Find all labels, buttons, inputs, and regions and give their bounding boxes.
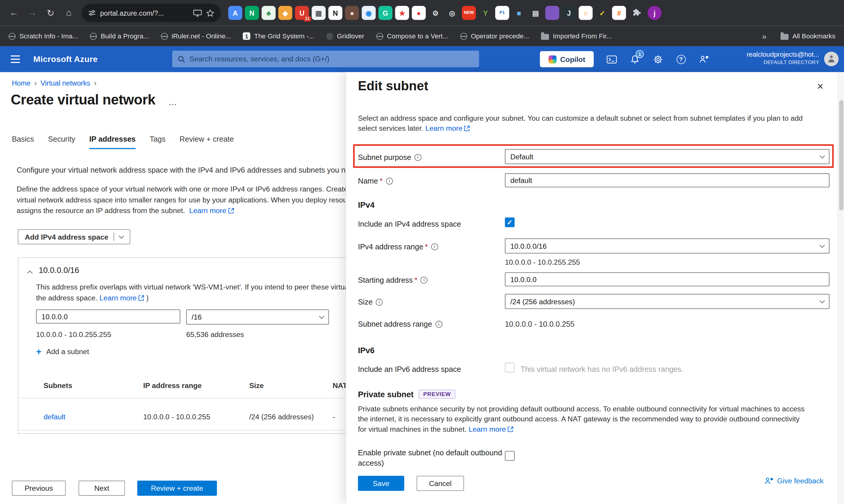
bookmark-item[interactable]: 1 The Grid System -... [243,32,314,40]
add-subnet-button[interactable]: + Add a subnet [36,347,89,356]
extension-icon[interactable]: G [378,6,392,20]
extension-icon[interactable]: ✓ [595,6,609,20]
address-space-mask-select[interactable]: /16 [186,309,329,325]
subnet-row-name[interactable]: default [44,413,66,421]
site-settings-icon[interactable] [88,9,96,17]
column-header-size[interactable]: Size [249,381,264,390]
settings-gear-icon[interactable] [648,50,667,69]
next-button[interactable]: Next [78,481,125,496]
extension-icon[interactable]: ★ [395,6,409,20]
learn-more-link[interactable]: Learn more [189,206,226,215]
extension-icon[interactable]: ◆ [545,6,559,20]
column-header-ip-range[interactable]: IP address range [143,381,201,390]
info-icon[interactable]: i [414,154,421,161]
hamburger-menu-icon[interactable] [8,54,23,64]
back-button[interactable]: ← [5,4,22,21]
give-feedback-link[interactable]: Give feedback [764,477,823,485]
size-select[interactable]: /24 (256 addresses) [505,294,829,309]
breadcrumb-home[interactable]: Home [12,79,30,87]
subnet-purpose-select[interactable]: Default [505,149,829,164]
extension-icon[interactable]: J [562,6,576,20]
reload-button[interactable]: ↻ [42,4,59,21]
forward-button[interactable]: → [24,4,41,21]
bookmarks-overflow-chevron[interactable]: » [762,32,766,41]
learn-more-link[interactable]: Learn more [100,294,137,302]
notifications-bell-icon[interactable]: 1 [625,50,645,69]
help-icon[interactable]: ? [671,50,691,69]
account-info[interactable]: realcloudprojects@hot... DEFAULT DIRECTO… [747,51,819,65]
cancel-button[interactable]: Cancel [417,476,464,491]
bookmark-item[interactable]: Imported From Fir... [541,32,612,40]
extension-icon[interactable]: A [228,6,242,20]
browser-profile-avatar[interactable]: j [647,6,661,20]
collapse-chevron-icon[interactable] [27,271,33,276]
bookmark-item[interactable]: iRuler.net - Online... [161,32,231,40]
azure-brand[interactable]: Microsoft Azure [33,54,98,64]
extension-icon[interactable]: ⚙ [429,6,442,20]
extension-icon[interactable]: ■ [512,6,526,20]
enable-private-subnet-checkbox[interactable] [505,451,515,461]
close-icon[interactable]: × [813,78,828,93]
bookmark-item[interactable]: Compose to a Vert... [376,32,448,40]
extension-icon[interactable]: # [612,6,626,20]
page-title-more-button[interactable]: … [168,97,178,107]
info-icon[interactable]: i [376,298,383,305]
info-icon[interactable]: i [431,243,438,250]
extension-icon[interactable]: N [328,6,342,20]
bookmark-star-icon[interactable] [206,9,214,17]
extension-icon[interactable]: ● [412,6,426,20]
tab-item[interactable]: Tags [150,134,165,149]
all-bookmarks-button[interactable]: All Bookmarks [780,32,836,40]
scrollbar-thumb[interactable] [839,100,844,210]
tab-item[interactable]: Review + create [179,134,234,149]
cloud-shell-icon[interactable] [602,50,621,69]
tab-item[interactable]: Basics [12,134,34,149]
cast-icon[interactable] [193,10,202,17]
extension-icon[interactable]: ◉ [362,6,376,20]
address-bar[interactable]: portal.azure.com/?... [82,4,221,22]
save-button[interactable]: Save [358,476,404,491]
copilot-button[interactable]: Copilot [540,51,593,67]
extensions-menu-icon[interactable] [632,8,641,17]
address-space-ip-input[interactable] [36,309,180,323]
review-create-button[interactable]: Review + create [137,481,217,496]
column-header-subnets[interactable]: Subnets [44,381,72,390]
learn-more-link[interactable]: Learn more [469,425,506,433]
subnet-name-input[interactable] [505,173,829,187]
breadcrumb-virtual-networks[interactable]: Virtual networks [40,79,90,87]
info-icon[interactable]: i [420,276,428,284]
starting-address-input[interactable] [505,272,829,286]
add-ipv4-address-space-button[interactable]: Add IPv4 address space [18,229,130,244]
ipv4-range-select[interactable]: 10.0.0.0/16 [505,238,829,253]
info-icon[interactable]: i [386,177,393,184]
extension-icon[interactable]: F1 [495,6,509,20]
bookmark-item[interactable]: Operator precede... [460,32,529,40]
account-avatar[interactable] [824,52,839,66]
scrollbar[interactable] [838,72,844,504]
extension-icon[interactable]: ◆ [278,6,292,20]
extension-icon[interactable]: NEW [462,6,476,20]
bookmark-item[interactable]: Gridlover [326,32,364,40]
ipv4-range-helper: 10.0.0.0 - 10.0.255.255 [505,258,580,267]
search-input[interactable] [190,55,474,63]
global-search[interactable] [172,51,479,67]
extension-icon[interactable]: ♣ [262,6,275,20]
extension-icon[interactable]: ▤ [528,6,542,20]
tab-item[interactable]: Security [48,134,75,149]
learn-more-link[interactable]: Learn more [425,124,463,132]
feedback-icon[interactable] [694,50,714,69]
extension-icon[interactable]: ▦ [312,6,325,20]
info-icon[interactable]: i [435,321,442,327]
bookmark-item[interactable]: Scratch Info - Ima... [8,32,78,40]
extension-icon[interactable]: ○ [579,6,593,20]
extension-icon[interactable]: Y [479,6,492,20]
include-ipv4-checkbox[interactable]: ✓ [505,217,515,227]
home-button[interactable]: ⌂ [60,4,77,21]
previous-button[interactable]: Previous [12,481,66,496]
extension-icon[interactable]: ● [345,6,359,20]
extension-icon[interactable]: U 11 [295,6,309,20]
extension-icon[interactable]: N [245,6,259,20]
bookmark-item[interactable]: Build a Progra... [90,32,149,40]
tab-item[interactable]: IP addresses [89,134,136,149]
extension-icon[interactable]: ◎ [445,6,459,20]
